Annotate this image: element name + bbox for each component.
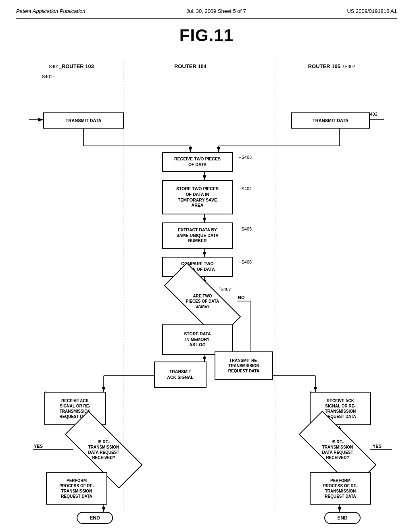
- flowchart: YES YES NO NO YES NO S401_ROUTER 103 ROU…: [17, 49, 396, 521]
- step-s403: −S403: [239, 155, 252, 160]
- router104-label: ROUTER 104: [158, 63, 223, 69]
- perform-process-right-box: PERFORMPROCESS OF RE-TRANSMISSIONREQUEST…: [310, 472, 371, 505]
- figure-title: FIG.11: [16, 26, 397, 45]
- router103-label: S401_ROUTER 103: [39, 63, 104, 69]
- receive-two-pieces-box: RECEIVE TWO PIECESOF DATA: [162, 152, 233, 172]
- end-left: END: [77, 512, 113, 524]
- header-left: Patent Application Publication: [16, 8, 86, 14]
- transmit-retransmission-box: TRANSMIT RE-TRANSMISSIONREQUEST DATA: [215, 351, 273, 380]
- router105-label: ROUTER 105 ∖S402: [299, 63, 364, 69]
- step-s406: −S406: [239, 260, 252, 264]
- store-data-memory-box: STORE DATAIN MEMORYAS LOG: [162, 324, 233, 355]
- are-two-pieces-same-diamond: ARE TWOPIECES OF DATASAME?: [164, 285, 241, 317]
- page: Patent Application Publication Jul. 30, …: [0, 0, 413, 532]
- store-two-pieces-box: STORE TWO PIECESOF DATA INTEMPORARY SAVE…: [162, 180, 233, 214]
- end-right: END: [324, 512, 361, 524]
- page-header: Patent Application Publication Jul. 30, …: [16, 8, 397, 19]
- is-retransmission-right-diamond: IS RE-TRANSMISSIONDATA REQUESTRECEIVED?: [299, 433, 376, 466]
- transmit-ack-box: TRANSMITACK SIGNAL: [154, 362, 206, 388]
- step-s401: S401−: [42, 74, 55, 79]
- extract-data-box: EXTRACT DATA BYSAME UNIQUE DATANUMBER: [162, 222, 233, 249]
- header-right: US 2009/0191816 A1: [347, 8, 397, 14]
- perform-process-left-box: PERFORMPROCESS OF RE-TRANSMISSIONREQUEST…: [46, 472, 107, 505]
- transmit-data-left-box: TRANSMIT DATA: [43, 112, 124, 129]
- header-center: Jul. 30, 2009 Sheet 5 of 7: [186, 8, 246, 14]
- step-s404: −S404: [239, 186, 252, 191]
- transmit-data-right-box: TRANSMIT DATA: [291, 112, 370, 129]
- is-retransmission-left-diamond: IS RE-TRANSMISSIONDATA REQUESTRECEIVED?: [65, 433, 142, 466]
- svg-text:YES: YES: [34, 444, 43, 449]
- step-s405: −S405: [239, 227, 252, 231]
